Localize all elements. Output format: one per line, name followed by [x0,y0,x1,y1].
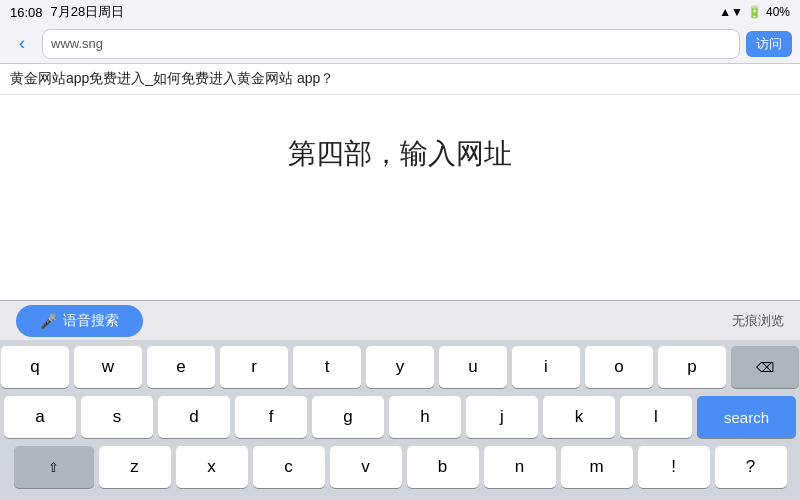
key-k[interactable]: k [543,396,615,438]
key-l[interactable]: l [620,396,692,438]
key-v[interactable]: v [330,446,402,488]
key-i[interactable]: i [512,346,580,388]
key-u[interactable]: u [439,346,507,388]
status-bar: 16:08 7月28日周日 ▲▼ 🔋 40% [0,0,800,24]
key-y[interactable]: y [366,346,434,388]
key-question[interactable]: ? [715,446,787,488]
main-content: 第四部，输入网址 [0,95,800,225]
voice-search-label: 语音搜索 [63,312,119,330]
page-title-bar: 黄金网站app免费进入_如何免费进入黄金网站 app？ [0,64,800,95]
keyboard-toolbar: 🎤 语音搜索 无痕浏览 [0,300,800,340]
key-b[interactable]: b [407,446,479,488]
key-row-1: q w e r t y u i o p ⌫ [4,346,796,388]
key-exclamation[interactable]: ! [638,446,710,488]
keyboard: q w e r t y u i o p ⌫ a s d f g h j k l … [0,340,800,500]
key-row-3: ⇧ z x c v b n m ! ? [4,446,796,488]
key-o[interactable]: o [585,346,653,388]
key-h[interactable]: h [389,396,461,438]
status-left: 16:08 7月28日周日 [10,3,124,21]
key-n[interactable]: n [484,446,556,488]
key-a[interactable]: a [4,396,76,438]
shift-key[interactable]: ⇧ [14,446,94,488]
key-q[interactable]: q [1,346,69,388]
visit-button[interactable]: 访问 [746,31,792,57]
key-m[interactable]: m [561,446,633,488]
url-text: www.sng [51,36,731,51]
key-f[interactable]: f [235,396,307,438]
key-r[interactable]: r [220,346,288,388]
key-j[interactable]: j [466,396,538,438]
key-d[interactable]: d [158,396,230,438]
battery-icon: 🔋 [747,5,762,19]
battery-percent: 40% [766,5,790,19]
url-bar[interactable]: www.sng [42,29,740,59]
key-t[interactable]: t [293,346,361,388]
incognito-label: 无痕浏览 [732,312,784,330]
status-time: 16:08 [10,5,43,20]
back-button[interactable]: ‹ [8,30,36,58]
main-heading: 第四部，输入网址 [288,135,512,173]
mic-icon: 🎤 [40,313,57,329]
key-w[interactable]: w [74,346,142,388]
key-e[interactable]: e [147,346,215,388]
status-date: 7月28日周日 [51,3,125,21]
key-g[interactable]: g [312,396,384,438]
search-key[interactable]: search [697,396,796,438]
keyboard-area: 🎤 语音搜索 无痕浏览 q w e r t y u i o p ⌫ a s d … [0,300,800,500]
key-p[interactable]: p [658,346,726,388]
key-row-2: a s d f g h j k l search [4,396,796,438]
page-title: 黄金网站app免费进入_如何免费进入黄金网站 app？ [10,70,790,88]
key-x[interactable]: x [176,446,248,488]
key-s[interactable]: s [81,396,153,438]
browser-bar: ‹ www.sng 访问 [0,24,800,64]
signal-icon: ▲▼ [719,5,743,19]
backspace-key[interactable]: ⌫ [731,346,799,388]
voice-search-button[interactable]: 🎤 语音搜索 [16,305,143,337]
status-right: ▲▼ 🔋 40% [719,5,790,19]
key-z[interactable]: z [99,446,171,488]
key-c[interactable]: c [253,446,325,488]
